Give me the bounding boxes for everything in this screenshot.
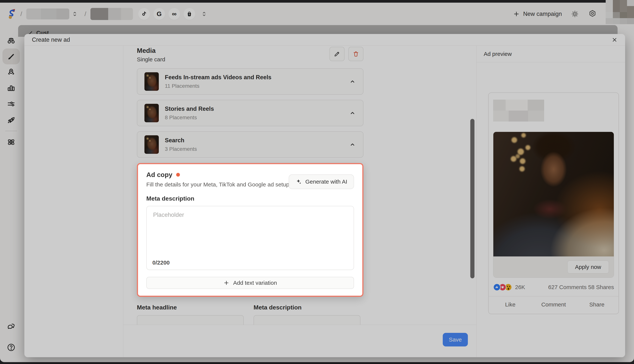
chevron-up-down-icon-2[interactable] [202, 11, 207, 17]
theme-toggle-sun-icon[interactable] [570, 10, 579, 18]
modal-title: Create new ad [32, 36, 70, 43]
textarea-placeholder: Placeholder [153, 212, 184, 218]
ad-image [493, 132, 614, 256]
placement-title: Search [165, 137, 197, 144]
breadcrumb-separator: / [21, 10, 22, 18]
breadcrumb-separator-2: / [84, 10, 86, 18]
placement-title: Stories and Reels [165, 106, 214, 112]
trash-icon [352, 50, 359, 57]
add-text-variation-button[interactable]: Add text variation [146, 277, 354, 289]
sidebar-divider [5, 131, 17, 131]
pencil-icon [334, 50, 340, 57]
meta-icon[interactable]: ∞ [168, 8, 180, 20]
required-dot [176, 173, 180, 176]
platform-icons: G ∞ S [138, 8, 210, 20]
sidebar-item-analytics[interactable] [3, 80, 20, 96]
chat-icon [7, 322, 16, 331]
meta-headline-label: Meta headline [137, 304, 244, 311]
google-icon[interactable]: G [153, 8, 165, 20]
help-icon [7, 343, 16, 352]
placement-thumbnail [145, 135, 159, 154]
settings-icon[interactable] [588, 10, 597, 18]
sidebar-item-experiments[interactable] [3, 134, 20, 150]
meta-description-label: Meta description [146, 195, 354, 202]
binoculars-icon [7, 36, 16, 45]
close-icon[interactable] [611, 37, 617, 43]
placement-card-stories[interactable]: Stories and Reels 8 Placements [137, 100, 363, 126]
scrollbar-thumb[interactable] [470, 119, 474, 278]
placement-thumbnail [145, 104, 159, 122]
sidebar-item-boost[interactable] [3, 112, 20, 128]
modal-left-panel [24, 46, 123, 357]
rocket-icon [7, 115, 16, 124]
placement-thumbnail [145, 72, 159, 91]
plus-icon [223, 280, 229, 286]
char-counter: 0/2200 [151, 259, 172, 267]
brand-name-blurred [493, 100, 544, 122]
ad-copy-section: Ad copy Fill the details for your Meta, … [137, 163, 363, 297]
sliders-icon [7, 100, 16, 108]
placement-card-feeds[interactable]: Feeds In-stream ads Videos and Reels 11 … [137, 68, 363, 95]
add-text-variation-label: Add text variation [233, 280, 277, 286]
apply-now-button[interactable]: Apply now [567, 260, 609, 274]
placement-card-search[interactable]: Search 3 Placements [137, 131, 363, 158]
meta-description-textarea[interactable]: Placeholder 0/2200 [146, 206, 354, 270]
ad-preview-panel: Ad preview [476, 46, 625, 357]
comment-button[interactable]: Comment [532, 296, 575, 313]
sidebar-item-chat[interactable] [3, 319, 20, 334]
plus-icon [513, 10, 520, 17]
sidebar-item-launch[interactable] [3, 64, 20, 80]
sidebar-item-settings-sliders[interactable] [3, 96, 20, 112]
delete-media-button[interactable] [348, 47, 363, 61]
app-logo [8, 9, 16, 19]
like-reaction-icon [493, 284, 501, 291]
chevron-up-down-icon[interactable] [72, 11, 77, 17]
avatar[interactable] [606, 0, 634, 24]
media-section-subtitle: Single card [137, 56, 165, 63]
ad-media-card: Apply now [493, 132, 614, 278]
sidebar-item-discover[interactable] [3, 33, 20, 48]
chevron-up-icon[interactable] [349, 141, 356, 148]
generate-with-ai-label: Generate with AI [305, 178, 347, 185]
ad-cta-band: Apply now [493, 256, 614, 278]
placement-count: 3 Placements [165, 146, 197, 152]
new-campaign-button[interactable]: New campaign [513, 10, 562, 17]
save-button[interactable]: Save [443, 333, 468, 346]
generate-with-ai-button[interactable]: Generate with AI [289, 174, 354, 189]
edit-media-button[interactable] [329, 47, 345, 61]
placement-count: 8 Placements [165, 114, 214, 120]
svg-text:S: S [189, 13, 190, 16]
fb-actions-row: Like Comment Share [489, 296, 618, 313]
media-section-title: Media [137, 47, 165, 54]
sidebar-item-creative[interactable] [3, 48, 20, 64]
reactions-row: 26K 627 Comments 58 Shares [493, 284, 614, 291]
share-button[interactable]: Share [575, 296, 618, 313]
campaign-selector-blurred[interactable] [91, 8, 133, 20]
ad-preview-title: Ad preview [476, 46, 625, 62]
placement-count: 11 Placements [165, 83, 272, 89]
ad-copy-title: Ad copy [146, 171, 172, 178]
bar-chart-icon [7, 84, 16, 93]
top-bar: / / G ∞ S New campaign [0, 3, 634, 25]
sparkle-icon [295, 178, 302, 185]
meta-description-2-label: Meta description [254, 304, 360, 311]
chevron-up-icon[interactable] [349, 110, 356, 116]
sidebar-item-help[interactable] [3, 340, 20, 355]
atom-icon [7, 138, 16, 146]
like-button[interactable]: Like [489, 296, 532, 313]
workspace-selector-blurred[interactable] [26, 8, 69, 20]
chevron-up-icon[interactable] [349, 78, 356, 85]
paintbrush-icon [7, 52, 16, 61]
new-campaign-label: New campaign [523, 10, 562, 17]
modal-footer: Save [123, 325, 476, 357]
left-sidebar [0, 25, 22, 362]
tiktok-icon[interactable] [138, 8, 150, 20]
create-ad-modal: Create new ad Media Single card [24, 34, 625, 357]
shopify-icon[interactable]: S [184, 8, 195, 20]
engagement-stats: 627 Comments 58 Shares [548, 284, 614, 290]
reactions-count: 26K [515, 284, 525, 290]
placement-title: Feeds In-stream ads Videos and Reels [165, 74, 272, 81]
ad-preview-card: Apply now 26K 627 Comments 58 Shares [488, 92, 619, 314]
placements-list: Feeds In-stream ads Videos and Reels 11 … [137, 68, 363, 158]
modal-content: Media Single card [123, 46, 476, 357]
